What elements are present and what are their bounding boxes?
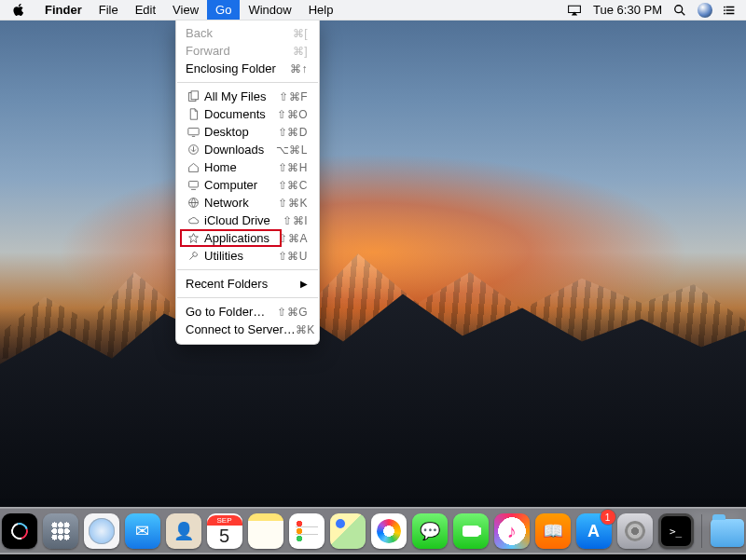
dock-shelf: ✉👤SEP5💬♪📖1 — [0, 507, 746, 554]
folder-icon — [711, 519, 744, 547]
airplay-icon — [567, 4, 582, 17]
dock-item-reminders[interactable] — [288, 512, 325, 550]
dock-item-app-store[interactable]: 1 — [575, 512, 613, 550]
menu-item-enclosing-folder[interactable]: Enclosing Folder⌘↑ — [176, 60, 319, 77]
menu-bar-clock[interactable]: Tue 6:30 PM — [593, 3, 662, 17]
contacts-icon: 👤 — [166, 513, 201, 549]
dock-item-itunes[interactable]: ♪ — [493, 512, 531, 550]
reminders-icon — [289, 513, 325, 549]
menu-item-computer[interactable]: Computer⇧⌘C — [176, 176, 319, 194]
notification-center-menu-extra[interactable] — [724, 4, 737, 17]
all-my-files-icon — [186, 90, 200, 102]
menu-item-icloud-drive[interactable]: iCloud Drive⇧⌘I — [176, 212, 319, 229]
go-menu-dropdown: Back⌘[ Forward⌘] Enclosing Folder⌘↑ All … — [175, 20, 320, 345]
desktop-wallpaper — [0, 0, 746, 560]
dock-item-system-preferences[interactable] — [616, 512, 654, 550]
submenu-arrow-icon: ▶ — [300, 279, 308, 289]
home-icon — [186, 161, 200, 173]
menu-separator — [177, 297, 318, 298]
dock-item-downloads[interactable] — [709, 512, 746, 550]
launchpad-icon — [43, 513, 78, 549]
dock-item-safari[interactable] — [83, 512, 120, 550]
dock-item-maps[interactable] — [329, 512, 366, 550]
dock-item-photos[interactable] — [370, 512, 408, 550]
menu-item-all-my-files[interactable]: All My Files⇧⌘F — [176, 88, 319, 105]
utilities-icon — [186, 250, 200, 262]
notes-icon — [248, 513, 283, 549]
list-icon — [724, 4, 737, 17]
menu-separator — [177, 269, 318, 270]
dock-separator — [701, 514, 702, 548]
airplay-menu-extra[interactable] — [567, 4, 582, 17]
menu-item-connect-to-server[interactable]: Connect to Server…⌘K — [176, 321, 319, 338]
documents-icon — [186, 108, 200, 120]
menu-bar: Finder File Edit View Go Window Help Tue… — [0, 0, 746, 20]
svg-rect-7 — [187, 128, 198, 134]
downloads-icon — [186, 143, 200, 156]
menu-item-forward: Forward⌘] — [176, 42, 319, 60]
dock-item-mail[interactable]: ✉ — [124, 512, 161, 550]
itunes-icon: ♪ — [494, 513, 530, 549]
sysprefs-icon — [617, 513, 653, 549]
photos-icon — [371, 513, 407, 549]
facetime-icon — [453, 513, 489, 549]
calendar-icon: SEP5 — [207, 513, 242, 549]
menu-item-utilities[interactable]: Utilities⇧⌘U — [176, 247, 319, 265]
dock-item-messages[interactable]: 💬 — [411, 512, 449, 550]
svg-point-0 — [675, 5, 683, 12]
svg-rect-6 — [191, 91, 198, 100]
menu-item-home[interactable]: Home⇧⌘H — [176, 158, 319, 176]
svg-line-1 — [682, 11, 685, 15]
dock-item-ibooks[interactable]: 📖 — [534, 512, 572, 550]
app-name-menu[interactable]: Finder — [36, 0, 90, 20]
dock-item-terminal[interactable] — [657, 512, 695, 550]
dock-item-notes[interactable] — [247, 512, 284, 550]
search-icon — [673, 4, 686, 17]
icloud-icon — [186, 214, 200, 226]
svg-rect-9 — [188, 181, 198, 187]
computer-icon — [186, 179, 200, 191]
menu-separator — [177, 82, 318, 83]
view-menu[interactable]: View — [164, 0, 207, 20]
menu-item-documents[interactable]: Documents⇧⌘O — [176, 105, 319, 123]
apple-menu[interactable] — [0, 0, 36, 20]
desktop-icon — [186, 126, 200, 138]
go-menu[interactable]: Go — [207, 0, 240, 20]
ibooks-icon: 📖 — [535, 513, 571, 549]
menu-item-recent-folders[interactable]: Recent Folders▶ — [176, 275, 319, 293]
dock-item-contacts[interactable]: 👤 — [165, 512, 202, 550]
applications-icon — [186, 232, 200, 244]
svg-point-2 — [724, 6, 725, 7]
file-menu[interactable]: File — [90, 0, 127, 20]
maps-icon — [330, 513, 366, 549]
spotlight-menu-extra[interactable] — [673, 4, 686, 17]
menu-item-downloads[interactable]: Downloads⌥⌘L — [176, 141, 319, 158]
menu-item-go-to-folder[interactable]: Go to Folder…⇧⌘G — [176, 303, 319, 321]
dock-item-siri[interactable] — [1, 512, 38, 550]
messages-icon: 💬 — [412, 513, 448, 549]
apple-logo-icon — [13, 4, 25, 16]
svg-point-3 — [724, 9, 725, 11]
menu-item-network[interactable]: Network⇧⌘K — [176, 194, 319, 212]
dock: ✉👤SEP5💬♪📖1 — [0, 507, 746, 554]
user-menu-extra[interactable] — [698, 3, 712, 18]
mail-icon: ✉ — [125, 513, 160, 549]
dock-item-launchpad[interactable] — [42, 512, 79, 550]
svg-point-4 — [724, 12, 725, 14]
dock-item-calendar[interactable]: SEP5 — [206, 512, 243, 550]
help-menu[interactable]: Help — [300, 0, 342, 20]
badge: 1 — [601, 510, 615, 525]
window-menu[interactable]: Window — [240, 0, 299, 20]
menu-item-back: Back⌘[ — [176, 24, 319, 42]
edit-menu[interactable]: Edit — [127, 0, 164, 20]
dock-item-facetime[interactable] — [452, 512, 490, 550]
app-name-label: Finder — [45, 3, 82, 17]
menu-item-applications[interactable]: Applications⇧⌘A — [176, 229, 319, 247]
safari-icon — [84, 513, 119, 549]
menu-item-desktop[interactable]: Desktop⇧⌘D — [176, 123, 319, 141]
terminal-icon — [658, 513, 694, 549]
network-icon — [186, 197, 200, 209]
siri-icon — [2, 513, 37, 549]
